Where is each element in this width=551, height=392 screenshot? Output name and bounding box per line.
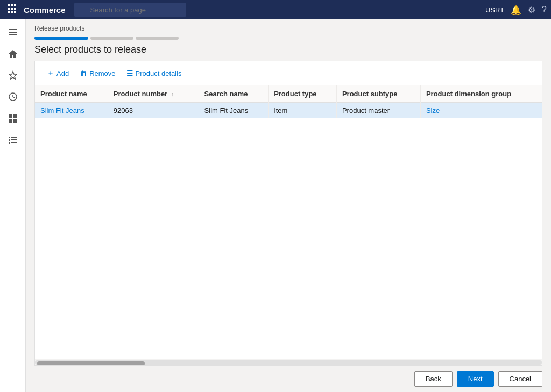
remove-button[interactable]: 🗑 Remove [74, 66, 121, 80]
svg-rect-11 [9, 34, 17, 35]
search-wrap: 🔍 [74, 3, 300, 17]
svg-rect-15 [13, 114, 17, 118]
sidebar-item-list[interactable] [2, 130, 24, 149]
breadcrumb: Release products [26, 19, 551, 34]
svg-rect-23 [11, 142, 17, 143]
svg-rect-10 [9, 32, 17, 33]
back-button[interactable]: Back [414, 371, 453, 387]
content-card: ＋ Add 🗑 Remove ☰ Product details Product… [34, 61, 542, 366]
page-title: Select products to release [26, 40, 551, 61]
col-header-search-name[interactable]: Search name [199, 85, 269, 103]
add-button[interactable]: ＋ Add [41, 66, 74, 81]
table-header-row: Product name Product number ↑ Search nam… [35, 85, 542, 103]
svg-rect-4 [11, 8, 13, 10]
toolbar: ＋ Add 🗑 Remove ☰ Product details [35, 61, 542, 85]
sidebar-item-workspaces[interactable] [2, 109, 24, 128]
scroll-track [35, 360, 542, 365]
svg-rect-5 [14, 8, 16, 10]
cell-product-number: 92063 [108, 103, 199, 119]
help-icon[interactable]: ? [542, 5, 547, 15]
svg-marker-12 [9, 72, 17, 79]
svg-rect-20 [9, 139, 10, 141]
main-content: Release products Select products to rele… [26, 19, 551, 392]
svg-rect-21 [11, 139, 17, 140]
svg-rect-6 [8, 11, 10, 13]
col-header-product-dimension-group[interactable]: Product dimension group [420, 85, 542, 103]
app-title: Commerce [24, 5, 66, 15]
sidebar-item-hamburger[interactable] [2, 23, 24, 42]
user-label: USRT [485, 6, 504, 14]
svg-rect-1 [11, 4, 13, 6]
svg-rect-7 [11, 11, 13, 13]
horizontal-scrollbar[interactable] [35, 359, 542, 365]
topbar-right: USRT 🔔 ⚙ ? [485, 5, 547, 15]
svg-rect-14 [9, 114, 12, 118]
svg-rect-8 [14, 11, 16, 13]
col-header-product-name[interactable]: Product name [35, 85, 108, 103]
next-button[interactable]: Next [457, 371, 494, 387]
footer: Back Next Cancel [26, 366, 551, 392]
sidebar-item-recent[interactable] [2, 87, 24, 106]
table-wrap: Product name Product number ↑ Search nam… [35, 85, 542, 359]
cell-product-subtype: Product master [336, 103, 420, 119]
svg-rect-16 [9, 119, 12, 123]
svg-rect-2 [14, 4, 16, 6]
details-icon: ☰ [126, 69, 133, 77]
products-table: Product name Product number ↑ Search nam… [35, 85, 542, 118]
cancel-button[interactable]: Cancel [498, 371, 542, 387]
svg-rect-22 [9, 142, 10, 144]
progress-bar [26, 34, 551, 40]
settings-icon[interactable]: ⚙ [528, 5, 535, 15]
sidebar [0, 19, 26, 392]
col-header-product-subtype[interactable]: Product subtype [336, 85, 420, 103]
search-input[interactable] [74, 3, 186, 17]
col-header-product-number[interactable]: Product number ↑ [108, 85, 199, 103]
table-row[interactable]: Slim Fit Jeans 92063 Slim Fit Jeans Item… [35, 103, 542, 119]
svg-rect-17 [13, 119, 17, 123]
trash-icon: 🗑 [80, 69, 87, 77]
svg-rect-9 [9, 29, 17, 30]
svg-rect-0 [8, 4, 10, 6]
cell-product-dimension-group[interactable]: Size [420, 103, 542, 119]
cell-product-name[interactable]: Slim Fit Jeans [35, 103, 108, 119]
sort-asc-icon: ↑ [172, 91, 174, 97]
sidebar-item-favorites[interactable] [2, 66, 24, 85]
col-header-product-type[interactable]: Product type [269, 85, 337, 103]
notification-icon[interactable]: 🔔 [511, 5, 521, 15]
topbar: Commerce 🔍 USRT 🔔 ⚙ ? [0, 0, 551, 19]
svg-rect-3 [8, 8, 10, 10]
scroll-thumb[interactable] [37, 361, 145, 365]
sidebar-item-home[interactable] [2, 44, 24, 63]
add-icon: ＋ [47, 68, 54, 78]
cell-product-type: Item [269, 103, 337, 119]
product-details-button[interactable]: ☰ Product details [121, 66, 187, 80]
grid-icon[interactable] [4, 4, 19, 15]
cell-search-name: Slim Fit Jeans [199, 103, 269, 119]
svg-rect-18 [9, 137, 10, 138]
svg-rect-19 [11, 137, 17, 138]
